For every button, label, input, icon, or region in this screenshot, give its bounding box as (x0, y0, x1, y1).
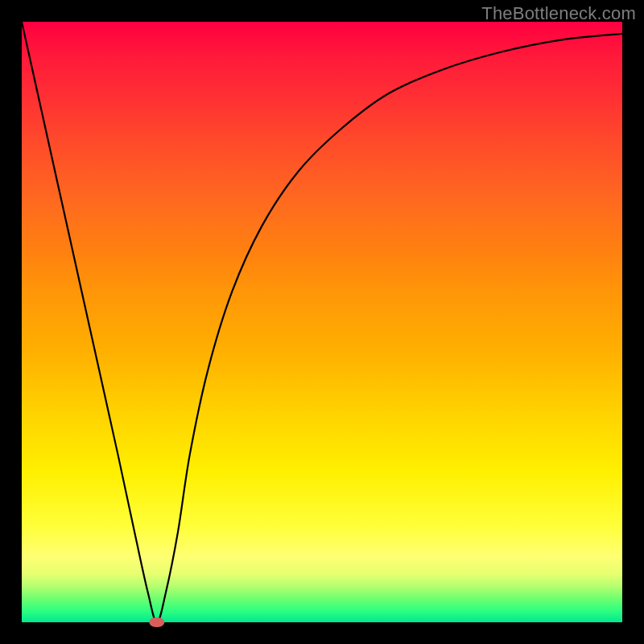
bottleneck-curve (22, 22, 622, 622)
plot-area (22, 22, 622, 622)
curve-svg (22, 22, 622, 622)
chart-frame: TheBottleneck.com (0, 0, 644, 644)
optimal-point-marker (149, 617, 164, 627)
